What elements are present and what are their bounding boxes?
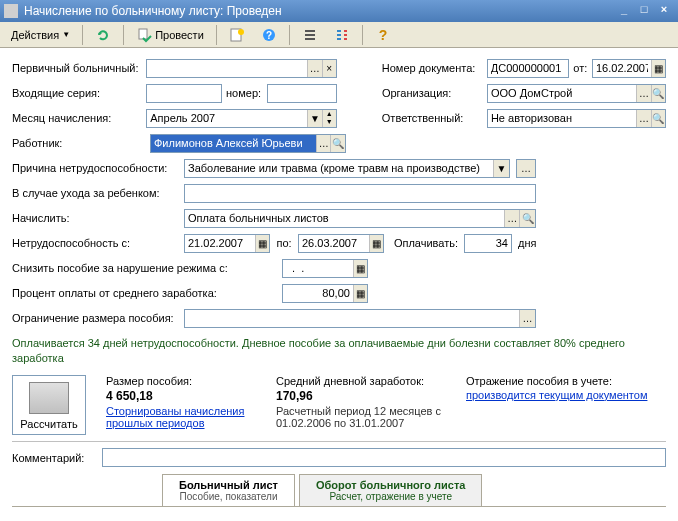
window-title: Начисление по больничному листу: Проведе… (24, 4, 614, 18)
worker-input[interactable] (151, 135, 316, 152)
charge-field[interactable]: … 🔍 (184, 209, 536, 228)
docnum-input[interactable] (488, 60, 568, 77)
calculate-label: Рассчитать (20, 418, 77, 430)
run-button[interactable]: Провести (129, 25, 211, 45)
calendar-icon[interactable]: ▦ (651, 60, 665, 77)
help2-button[interactable]: ? (368, 25, 398, 45)
spinner-buttons[interactable]: ▲▼ (322, 110, 336, 127)
help-button[interactable]: ? (254, 25, 284, 45)
chevron-down-icon: ▼ (62, 30, 70, 39)
limit-field[interactable]: … (184, 309, 536, 328)
resp-field[interactable]: … 🔍 (487, 109, 666, 128)
list-button[interactable] (295, 25, 325, 45)
size-value: 4 650,18 (106, 389, 256, 403)
hint-text: Оплачивается 34 дней нетрудоспособности.… (12, 336, 666, 367)
ellipsis-button[interactable]: … (316, 135, 331, 152)
resp-input[interactable] (488, 110, 636, 127)
month-input[interactable] (147, 110, 307, 127)
inseries-label: Входящие серия: (12, 87, 146, 99)
dropdown-icon[interactable]: ▼ (307, 110, 321, 127)
org-input[interactable] (488, 85, 636, 102)
pay-days-input[interactable] (465, 235, 511, 252)
reason-input[interactable] (185, 160, 493, 177)
number-input[interactable] (268, 85, 336, 102)
ellipsis-button[interactable]: … (636, 85, 650, 102)
date-from-field[interactable]: ▦ (184, 234, 270, 253)
number-label: номер: (222, 87, 267, 99)
period-text: Расчетный период 12 месяцев с 01.02.2006… (276, 405, 446, 429)
docdate-field[interactable]: ▦ (592, 59, 666, 78)
reason-extra-button[interactable]: … (516, 159, 536, 178)
reason-label: Причина нетрудоспособности: (12, 162, 184, 174)
date-from-input[interactable] (185, 235, 255, 252)
month-field[interactable]: ▼ ▲▼ (146, 109, 337, 128)
calculator-icon (29, 382, 69, 414)
charge-input[interactable] (185, 210, 504, 227)
refresh-icon (95, 27, 111, 43)
refl-link[interactable]: производится текущим документом (466, 389, 666, 401)
primary-input[interactable] (147, 60, 307, 77)
limit-input[interactable] (185, 310, 519, 327)
calendar-icon[interactable]: ▦ (369, 235, 383, 252)
ellipsis-button[interactable]: … (307, 60, 321, 77)
reason-field[interactable]: ▼ (184, 159, 510, 178)
ellipsis-button[interactable]: … (636, 110, 650, 127)
tab2-sub: Расчет, отражение в учете (316, 491, 465, 502)
tab2-label: Оборот больничного листа (316, 479, 465, 491)
childcare-input[interactable] (185, 185, 535, 202)
maximize-button[interactable]: □ (634, 3, 654, 19)
storn-link[interactable]: Сторнированы начисления прошлых периодов (106, 405, 256, 429)
tab1-label: Больничный лист (179, 479, 278, 491)
percent-input[interactable] (283, 285, 353, 302)
ellipsis-button[interactable]: … (519, 310, 535, 327)
minimize-button[interactable]: _ (614, 3, 634, 19)
tab-sick-list[interactable]: Больничный лист Пособие, показатели (162, 474, 295, 506)
reduce-date-input[interactable] (283, 260, 353, 277)
bottom-tabs: Больничный лист Пособие, показатели Обор… (12, 474, 666, 507)
reduce-label: Снизить пособие за нарушение режима с: (12, 262, 282, 274)
charge-label: Начислить: (12, 212, 184, 224)
days-label: дня (512, 237, 536, 249)
tool-button-1[interactable] (222, 25, 252, 45)
childcare-field[interactable] (184, 184, 536, 203)
comment-input[interactable] (103, 449, 665, 466)
dropdown-icon[interactable]: ▼ (493, 160, 509, 177)
lookup-icon[interactable]: 🔍 (651, 85, 665, 102)
clear-button[interactable]: × (322, 60, 336, 77)
from-label: от: (569, 62, 592, 74)
help-icon: ? (261, 27, 277, 43)
lookup-icon[interactable]: 🔍 (330, 135, 345, 152)
series-field[interactable] (146, 84, 222, 103)
percent-field[interactable]: ▦ (282, 284, 368, 303)
date-to-input[interactable] (299, 235, 369, 252)
sheet-star-icon (229, 27, 245, 43)
series-input[interactable] (147, 85, 221, 102)
calendar-icon[interactable]: ▦ (353, 260, 367, 277)
pay-days-field[interactable] (464, 234, 512, 253)
lookup-icon[interactable]: 🔍 (651, 110, 665, 127)
worker-field[interactable]: … 🔍 (150, 134, 346, 153)
docdate-input[interactable] (593, 60, 651, 77)
primary-label: Первичный больничный: (12, 62, 146, 74)
comment-field[interactable] (102, 448, 666, 467)
tab-turnover[interactable]: Оборот больничного листа Расчет, отражен… (299, 474, 482, 506)
number-field[interactable] (267, 84, 337, 103)
actions-menu[interactable]: Действия ▼ (4, 25, 77, 45)
separator (289, 25, 290, 45)
org-field[interactable]: … 🔍 (487, 84, 666, 103)
calc-icon[interactable]: ▦ (353, 285, 367, 302)
lookup-icon[interactable]: 🔍 (519, 210, 535, 227)
separator (216, 25, 217, 45)
primary-field[interactable]: … × (146, 59, 337, 78)
ellipsis-button[interactable]: … (504, 210, 520, 227)
docnum-field[interactable] (487, 59, 569, 78)
reduce-date-field[interactable]: ▦ (282, 259, 368, 278)
svg-rect-0 (139, 29, 147, 39)
calendar-icon[interactable]: ▦ (255, 235, 269, 252)
close-button[interactable]: × (654, 3, 674, 19)
ellipsis-button[interactable]: … (517, 160, 535, 177)
refresh-button[interactable] (88, 25, 118, 45)
date-to-field[interactable]: ▦ (298, 234, 384, 253)
config-button[interactable] (327, 25, 357, 45)
calculate-button[interactable]: Рассчитать (12, 375, 86, 435)
